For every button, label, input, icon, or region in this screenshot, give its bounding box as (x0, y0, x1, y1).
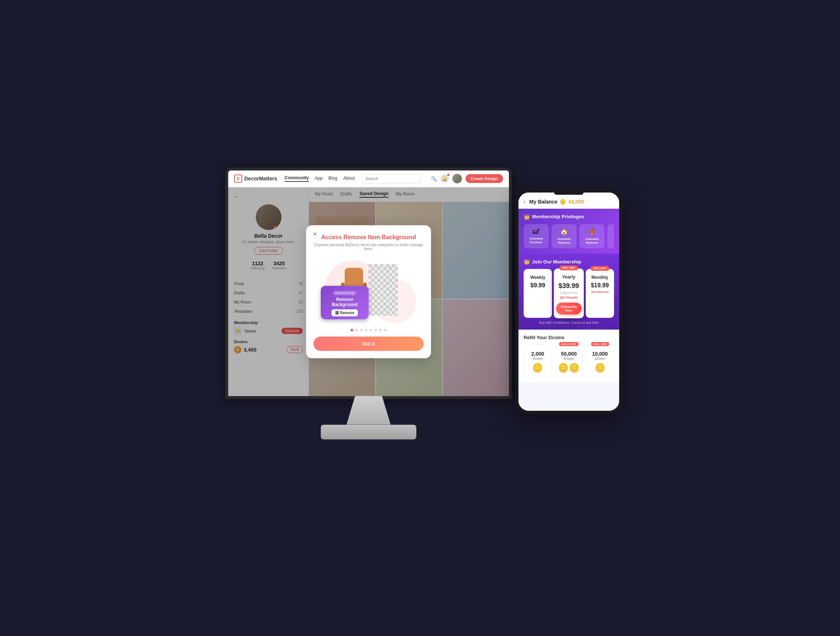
notification-icon[interactable]: 🔔 (441, 175, 448, 183)
monitor-base (321, 425, 416, 439)
svg-rect-12 (369, 264, 398, 316)
dot-6[interactable] (374, 329, 377, 331)
members-overlay-card: Members Only Remove Background 🖼 Remove (321, 286, 369, 319)
myroom-label: UnlimitedMyRoom (554, 237, 573, 245)
phone-title: My Balance 🪙 43,000 (529, 199, 584, 205)
membership-header: 👑 Membership Privileges (524, 214, 614, 220)
furniture-icon: 🛋 (527, 228, 546, 235)
user-avatar-nav[interactable] (452, 174, 462, 183)
plans-row: Weekly $9.99 90% OFF Yearly $39.99 Orgin… (524, 269, 614, 318)
monitor-stand (346, 395, 391, 425)
dcoin-50000-label: Dcoins (557, 357, 581, 360)
create-design-button[interactable]: Create Design (466, 174, 503, 183)
yearly-badge: 90% OFF (559, 266, 578, 270)
plan-monthly-perweek: ($4.99/week) (588, 290, 612, 294)
svg-rect-1 (345, 268, 363, 288)
dot-7[interactable] (379, 329, 382, 331)
monthly-badge: 50% OFF (591, 266, 609, 271)
phone: ‹ My Balance 🪙 43,000 👑 Membership Privi… (516, 189, 622, 414)
plan-yearly-name: Yearly (556, 275, 582, 279)
nav-right: 🔍 🔔 Create Design (431, 174, 503, 183)
monitor-screen: D DecorMatters Community App Blog About … (225, 167, 512, 399)
dcoin-2000-label: Dcoins (526, 357, 549, 360)
plan-monthly-price: $19.99 (588, 282, 612, 289)
remove-button[interactable]: 🖼 Remove (332, 309, 358, 316)
confidence-text: Buy with Confidence: Cancel at any time (524, 321, 614, 324)
join-header: 👑 Join Our Membership (524, 259, 614, 265)
myroom-icon: 🏠 (554, 228, 573, 236)
access-modal: ✕ Access Remove Item Background Organize… (306, 225, 431, 358)
refill-title: Refill Your Dcoins (524, 335, 614, 340)
desktop-monitor: D DecorMatters Community App Blog About … (218, 167, 519, 447)
search-icon[interactable]: 🔍 (431, 176, 437, 181)
crown-icon: 👑 (524, 214, 530, 220)
privileges-grid: 🛋 UnlimitedFurniture 🏠 UnlimitedMyRoom 🏺… (524, 224, 614, 249)
plan-yearly-perweek: ($0.77/week) (556, 296, 582, 300)
phone-back-button[interactable]: ‹ (524, 199, 526, 205)
dot-2[interactable] (355, 329, 358, 331)
remove-icon: 🖼 (335, 311, 339, 315)
privilege-filter[interactable]: ✨ AnimFilter (607, 224, 614, 249)
modal-overlay[interactable]: ✕ Access Remove Item Background Organize… (228, 188, 509, 396)
join-crown-icon: 👑 (524, 259, 530, 265)
got-it-button[interactable]: Got it (313, 336, 424, 351)
dcoin-50000-amount: 50,000 (557, 351, 581, 357)
dcoin-10000-label: Dcoins (588, 357, 611, 360)
nav-link-about[interactable]: About (343, 176, 355, 181)
dcoin-2000-amount: 2,000 (526, 351, 549, 357)
modal-close-button[interactable]: ✕ (311, 230, 319, 238)
phone-title-text: My Balance (529, 199, 557, 205)
plan-weekly-name: Weekly (526, 275, 550, 280)
dcoin-50000-badge: Extra 10,000 (559, 342, 579, 346)
dcoin-2000[interactable]: 2,000 Dcoins 🪙 (524, 345, 552, 377)
dcoin-50000[interactable]: Extra 10,000 50,000 Dcoins 🪙🪙 (555, 345, 583, 377)
dcoins-refill-section: Refill Your Dcoins 2,000 Dcoins 🪙 Extra … (518, 330, 619, 382)
furniture-label: UnlimitedFurniture (527, 237, 546, 245)
plan-yearly-price: $39.99 (556, 282, 582, 290)
plan-weekly[interactable]: Weekly $9.99 (524, 269, 552, 318)
privilege-mydecor[interactable]: 🏺 UnlimitedMyDecor (579, 224, 605, 249)
nav-link-blog[interactable]: Blog (328, 176, 337, 181)
dot-8[interactable] (384, 329, 387, 331)
coin-icon-phone: 🪙 (560, 199, 566, 205)
remove-label: Remove (340, 311, 355, 315)
dcoin-10000-amount: 10,000 (588, 351, 611, 357)
plan-weekly-price: $9.99 (526, 282, 550, 289)
plan-yearly[interactable]: 90% OFF Yearly $39.99 Orginal Price ($0.… (554, 268, 584, 319)
phone-notch (554, 193, 584, 195)
dot-1[interactable] (351, 329, 353, 331)
logo: D DecorMatters (234, 175, 277, 183)
search-input[interactable] (362, 174, 421, 183)
dcoin-10000-icon: 🪙 (588, 363, 611, 373)
phone-content[interactable]: ‹ My Balance 🪙 43,000 👑 Membership Privi… (518, 193, 619, 411)
join-section: 👑 Join Our Membership Weekly $9.99 90% O… (518, 254, 619, 330)
modal-image: Members Only Remove Background 🖼 Remove (313, 257, 424, 323)
join-title: Join Our Membership (532, 259, 581, 265)
dcoins-grid: 2,000 Dcoins 🪙 Extra 10,000 50,000 Dcoin… (524, 345, 614, 377)
dot-3[interactable] (360, 329, 363, 331)
modal-subtitle: Organize personal MyDecor items into cat… (313, 243, 424, 251)
privilege-furniture[interactable]: 🛋 UnlimitedFurniture (524, 224, 549, 249)
dcoin-2000-icon: 🪙 (526, 363, 549, 373)
nav-link-app[interactable]: App (314, 176, 322, 181)
subscribe-button[interactable]: Subscribe Now (556, 303, 582, 315)
dcoin-10000-badge: Extra 1,000 (591, 342, 609, 346)
nav-link-community[interactable]: Community (284, 175, 309, 182)
dot-5[interactable] (369, 329, 372, 331)
mydecor-icon: 🏺 (583, 228, 602, 236)
modal-title: Access Remove Item Background (313, 234, 424, 241)
remove-bg-label: Remove Background (325, 297, 364, 307)
dot-4[interactable] (365, 329, 368, 331)
filter-label: AnimFilter (610, 237, 614, 245)
modal-title-part1: Access (321, 234, 344, 240)
dcoin-10000[interactable]: Extra 1,000 10,000 Dcoins 🪙 (586, 345, 614, 377)
plan-monthly-name: Monthly (588, 275, 612, 280)
logo-icon: D (234, 175, 242, 183)
plan-yearly-original: Orginal Price (556, 291, 582, 295)
membership-banner: 👑 Membership Privileges 🛋 UnlimitedFurni… (518, 209, 619, 254)
phone-header: ‹ My Balance 🪙 43,000 (518, 193, 619, 209)
balance-amount: 43,000 (568, 199, 584, 205)
plan-monthly[interactable]: 50% OFF Monthly $19.99 ($4.99/week) (586, 269, 614, 318)
privilege-myroom[interactable]: 🏠 UnlimitedMyRoom (551, 224, 576, 249)
browser: D DecorMatters Community App Blog About … (228, 170, 509, 396)
